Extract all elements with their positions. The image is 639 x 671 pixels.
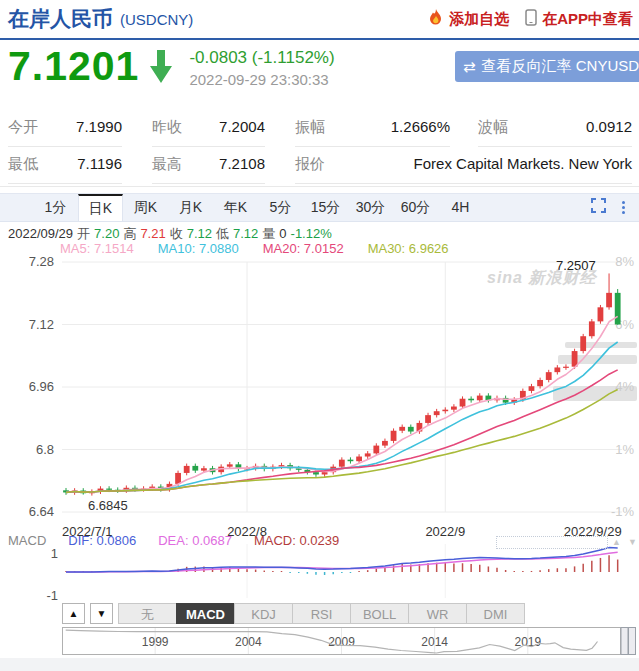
add-watchlist-label: 添加自选 (449, 10, 509, 29)
period-tab-30分[interactable]: 30分 (348, 194, 393, 221)
svg-text:2009: 2009 (328, 635, 355, 649)
forex-quote-page: 在岸人民币 (USDCNY) 添加自选 在APP中查看 7.1201 -0.08… (0, 0, 639, 671)
readout-segment: 低 (216, 226, 229, 241)
stat-value: Forex Capital Markets. New York (325, 155, 632, 172)
svg-text:-1%: -1% (611, 504, 635, 519)
readout-segment: -1.12% (291, 226, 332, 241)
period-tab-60分[interactable]: 60分 (393, 194, 438, 221)
indicator-tab-KDJ[interactable]: KDJ (234, 603, 293, 624)
svg-text:1%: 1% (615, 442, 634, 457)
svg-text:6.6845: 6.6845 (88, 498, 128, 513)
current-price: 7.1201 (8, 44, 139, 88)
period-tab-4H[interactable]: 4H (438, 194, 483, 221)
macd-legend-placeholder (496, 536, 608, 549)
svg-text:8%: 8% (615, 254, 634, 269)
period-tabs: 1分日K周K月K年K5分15分30分60分4H (33, 194, 483, 221)
section-divider (0, 186, 639, 187)
stat-label: 最高 (152, 155, 182, 174)
readout-segment: MA30: 6.9626 (368, 241, 449, 256)
reverse-rate-label: 查看反向汇率 CNYUSD (482, 57, 639, 76)
chart-toolbar-icons (591, 194, 639, 221)
price-change: -0.0803 (-1.1152%) (189, 48, 334, 68)
stat-value: 7.1196 (38, 155, 122, 172)
indicator-tab-DMI[interactable]: DMI (466, 603, 525, 624)
view-in-app-label: 在APP中查看 (542, 10, 633, 29)
reverse-rate-button[interactable]: ⇄ 查看反向汇率 CNYUSD (455, 51, 639, 82)
stats-row: 最低7.1196最高7.2108报价Forex Capital Markets.… (8, 147, 632, 184)
add-watchlist-link[interactable]: 添加自选 (428, 9, 509, 30)
indicator-tab-BOLL[interactable]: BOLL (350, 603, 409, 624)
readout-segment: 高 (123, 226, 136, 241)
down-arrow-icon (149, 50, 173, 88)
stat-振幅: 振幅1.2666% (295, 110, 450, 147)
symbol-code: (USDCNY) (120, 11, 193, 28)
readout-segment: MACD: 0.0239 (254, 533, 339, 548)
period-tab-周K[interactable]: 周K (123, 194, 168, 221)
more-options-icon[interactable] (622, 201, 625, 214)
readout-segment: 0 (279, 226, 286, 241)
stat-最高: 最高7.2108 (152, 147, 265, 184)
svg-text:6.64: 6.64 (29, 504, 54, 519)
stat-value: 7.2004 (182, 118, 265, 135)
readout-segment: 量 (262, 226, 275, 241)
readout-segment: MA10: 7.0880 (158, 241, 239, 256)
page-title: 在岸人民币 (8, 5, 113, 33)
stat-最低: 最低7.1196 (8, 147, 122, 184)
stats-row: 今开7.1990昨收7.2004振幅1.2666%波幅0.0912 (8, 110, 632, 147)
svg-text:2019: 2019 (514, 635, 541, 649)
indicator-tab-RSI[interactable]: RSI (292, 603, 351, 624)
fullscreen-icon[interactable] (591, 198, 606, 217)
stat-昨收: 昨收7.2004 (152, 110, 265, 147)
macd-scale-down-icon[interactable]: ▼ (628, 537, 637, 547)
period-tab-1分[interactable]: 1分 (33, 194, 78, 221)
stat-label: 昨收 (152, 118, 182, 137)
header: 在岸人民币 (USDCNY) 添加自选 在APP中查看 (0, 0, 639, 40)
readout-segment: DIF: 0.0806 (68, 533, 136, 548)
svg-text:1999: 1999 (142, 635, 169, 649)
period-tab-bar: 1分日K周K月K年K5分15分30分60分4H (0, 193, 639, 222)
phone-icon (525, 9, 537, 29)
stat-value: 1.2666% (325, 118, 450, 135)
stat-value: 7.1990 (38, 118, 122, 135)
stat-label: 今开 (8, 118, 38, 137)
readout-segment: 7.12 (187, 226, 212, 241)
svg-text:7.28: 7.28 (29, 254, 54, 269)
svg-text:2022/9: 2022/9 (425, 524, 465, 539)
period-tab-15分[interactable]: 15分 (303, 194, 348, 221)
quote-stats-table: 今开7.1990昨收7.2004振幅1.2666%波幅0.0912最低7.119… (8, 110, 632, 184)
indicator-tab-bar: ▲ ▼ 无MACDKDJRSIBOLLWRDMI (62, 603, 525, 624)
macd-scale-up-icon[interactable]: ▲ (612, 537, 621, 547)
readout-segment: MACD (8, 533, 46, 548)
period-tab-5分[interactable]: 5分 (258, 194, 303, 221)
macd-readout: MACDDIF: 0.0806DEA: 0.0687MACD: 0.0239 (8, 533, 361, 548)
readout-segment: 7.20 (94, 226, 119, 241)
svg-text:2014: 2014 (421, 635, 448, 649)
stat-label: 最低 (8, 155, 38, 174)
period-tab-日K[interactable]: 日K (78, 194, 123, 221)
chart-region: 7.287.126.966.86.648%6%4%1%-1%6.68457.25… (0, 222, 639, 603)
period-tab-月K[interactable]: 月K (168, 194, 213, 221)
svg-text:1: 1 (51, 546, 58, 561)
stat-波幅: 波幅0.0912 (478, 110, 632, 147)
readout-segment: 7.21 (140, 226, 165, 241)
indicator-tab-MACD[interactable]: MACD (176, 603, 235, 624)
indicator-down-button[interactable]: ▼ (90, 603, 113, 624)
indicator-up-button[interactable]: ▲ (62, 603, 85, 624)
stat-value: 0.0912 (508, 118, 632, 135)
indicator-tab-无[interactable]: 无 (118, 603, 177, 624)
stat-label: 波幅 (478, 118, 508, 137)
stat-今开: 今开7.1990 (8, 110, 122, 147)
period-tab-年K[interactable]: 年K (213, 194, 258, 221)
history-navigator[interactable]: 19992004200920142019 (0, 627, 639, 657)
svg-text:7.12: 7.12 (29, 317, 54, 332)
stat-value: 7.2108 (182, 155, 265, 172)
svg-text:6.8: 6.8 (36, 442, 54, 457)
view-in-app-link[interactable]: 在APP中查看 (525, 9, 633, 29)
svg-text:6.96: 6.96 (29, 379, 54, 394)
svg-text:4%: 4% (615, 379, 634, 394)
bottom-strip (0, 658, 639, 671)
indicator-tabs: 无MACDKDJRSIBOLLWRDMI (113, 603, 525, 624)
indicator-tab-WR[interactable]: WR (408, 603, 467, 624)
ma-readout: MA5: 7.1514MA10: 7.0880MA20: 7.0152MA30:… (60, 241, 473, 256)
svg-text:7.2507: 7.2507 (556, 258, 596, 273)
